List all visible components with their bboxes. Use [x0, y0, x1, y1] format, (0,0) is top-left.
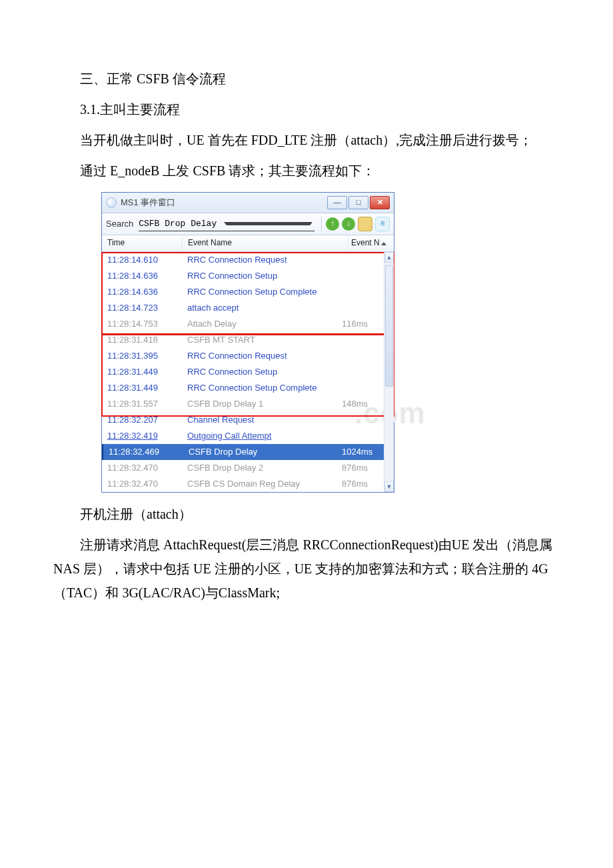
- cell-event: Channel Request: [182, 412, 339, 427]
- cell-time: 11:28:14.753: [102, 316, 182, 331]
- table-row[interactable]: 11:28:32.469CSFB Drop Delay1024ms: [102, 444, 384, 460]
- paragraph-1: 当开机做主叫时，UE 首先在 FDD_LTE 注册（attach）,完成注册后进…: [53, 128, 560, 152]
- cell-time: 11:28:32.207: [102, 412, 182, 427]
- cell-event: Attach Delay: [182, 316, 339, 331]
- cell-event: CSFB CS Domain Reg Delay: [182, 476, 339, 491]
- cell-value: 1024ms: [339, 444, 384, 459]
- settings-button[interactable]: [358, 217, 372, 231]
- cell-event: CSFB Drop Delay 1: [182, 396, 339, 411]
- minimize-button[interactable]: —: [327, 196, 347, 209]
- table-row[interactable]: 11:28:31.418CSFB MT START: [102, 332, 384, 348]
- cell-event: CSFB Drop Delay: [183, 444, 339, 459]
- paragraph-4: 注册请求消息 AttachRequest(层三消息 RRCConnectionR…: [53, 533, 560, 605]
- list-button[interactable]: ≡: [375, 217, 390, 231]
- cell-time: 11:28:32.419: [102, 428, 182, 443]
- table-row[interactable]: 11:28:14.753Attach Delay116ms: [102, 316, 384, 332]
- cell-time: 11:28:32.470: [102, 476, 182, 491]
- header-event-name[interactable]: Event Name: [183, 236, 348, 251]
- paragraph-2: 通过 E_nodeB 上发 CSFB 请求；其主要流程如下：: [53, 159, 560, 183]
- window-orb-icon: [106, 197, 117, 208]
- table-row[interactable]: 11:28:31.557CSFB Drop Delay 1148ms: [102, 396, 384, 412]
- cell-time: 11:28:31.395: [102, 348, 182, 363]
- scroll-thumb[interactable]: [385, 265, 393, 387]
- cell-time: 11:28:14.723: [102, 300, 182, 315]
- cell-value: 148ms: [339, 396, 384, 411]
- cell-time: 11:28:32.470: [102, 460, 182, 475]
- heading-section-3: 三、正常 CSFB 信令流程: [53, 67, 560, 91]
- cell-event: RRC Connection Setup: [182, 268, 339, 283]
- table-row[interactable]: 11:28:31.449RRC Connection Setup Complet…: [102, 380, 384, 396]
- table-row[interactable]: 11:28:31.449RRC Connection Setup: [102, 364, 384, 380]
- cell-event: CSFB MT START: [182, 332, 339, 347]
- scroll-down-button[interactable]: ▼: [384, 481, 394, 492]
- table-row[interactable]: 11:28:31.395RRC Connection Request: [102, 348, 384, 364]
- cell-event: RRC Connection Request: [182, 348, 339, 363]
- search-input[interactable]: CSFB Drop Delay: [139, 217, 314, 231]
- cell-time: 11:28:14.636: [102, 268, 182, 283]
- cell-time: 11:28:31.449: [102, 364, 182, 379]
- cell-time: 11:28:31.418: [102, 332, 182, 347]
- cell-time: 11:28:32.469: [102, 444, 183, 459]
- window-toolbar: Search CSFB Drop Delay ↑ ↓ ≡: [102, 213, 394, 235]
- window-titlebar: MS1 事件窗口 — □ ✕: [102, 193, 394, 213]
- cell-value: 876ms: [339, 476, 384, 491]
- maximize-button[interactable]: □: [348, 196, 368, 209]
- table-row[interactable]: 11:28:32.419Outgoing Call Attempt: [102, 428, 384, 444]
- scroll-up-button[interactable]: ▲: [384, 252, 394, 263]
- cell-event: RRC Connection Request: [182, 252, 339, 267]
- toolbar-separator: [321, 217, 322, 231]
- window-title: MS1 事件窗口: [121, 195, 327, 210]
- cell-event: RRC Connection Setup Complete: [182, 380, 339, 395]
- cell-event: Outgoing Call Attempt: [182, 428, 339, 443]
- table-row[interactable]: 11:28:32.207Channel Request: [102, 412, 384, 428]
- cell-time: 11:28:14.636: [102, 284, 182, 299]
- next-match-button[interactable]: ↓: [342, 217, 355, 231]
- cell-event: RRC Connection Setup Complete: [182, 284, 339, 299]
- cell-event: RRC Connection Setup: [182, 364, 339, 379]
- cell-value: 876ms: [339, 460, 384, 475]
- table-row[interactable]: 11:28:32.470CSFB Drop Delay 2876ms: [102, 460, 384, 476]
- event-window-screenshot: .com MS1 事件窗口 — □ ✕ Search CSFB Drop Del…: [101, 192, 394, 493]
- sort-asc-icon: [381, 242, 386, 245]
- close-button[interactable]: ✕: [370, 196, 390, 209]
- cell-time: 11:28:31.449: [102, 380, 182, 395]
- cell-value: 116ms: [339, 316, 384, 331]
- cell-event: attach accept: [182, 300, 339, 315]
- table-header: Time Event Name Event N: [102, 235, 394, 252]
- cell-event: CSFB Drop Delay 2: [182, 460, 339, 475]
- header-time[interactable]: Time: [102, 236, 183, 251]
- cell-time: 11:28:14.610: [102, 252, 182, 267]
- dropdown-icon[interactable]: [224, 222, 312, 225]
- scrollbar[interactable]: ▲ ▼: [384, 252, 394, 492]
- table-row[interactable]: 11:28:32.470CSFB CS Domain Reg Delay876m…: [102, 476, 384, 492]
- cell-time: 11:28:31.557: [102, 396, 182, 411]
- table-row[interactable]: 11:28:14.723attach accept: [102, 300, 384, 316]
- prev-match-button[interactable]: ↑: [326, 217, 339, 231]
- table-row[interactable]: 11:28:14.610RRC Connection Request: [102, 252, 384, 268]
- table-row[interactable]: 11:28:14.636RRC Connection Setup: [102, 268, 384, 284]
- header-event-value[interactable]: Event N: [348, 236, 394, 251]
- table-row[interactable]: 11:28:14.636RRC Connection Setup Complet…: [102, 284, 384, 300]
- heading-3-1: 3.1.主叫主要流程: [53, 97, 560, 121]
- paragraph-3: 开机注册（attach）: [53, 502, 560, 526]
- search-label: Search: [106, 216, 133, 231]
